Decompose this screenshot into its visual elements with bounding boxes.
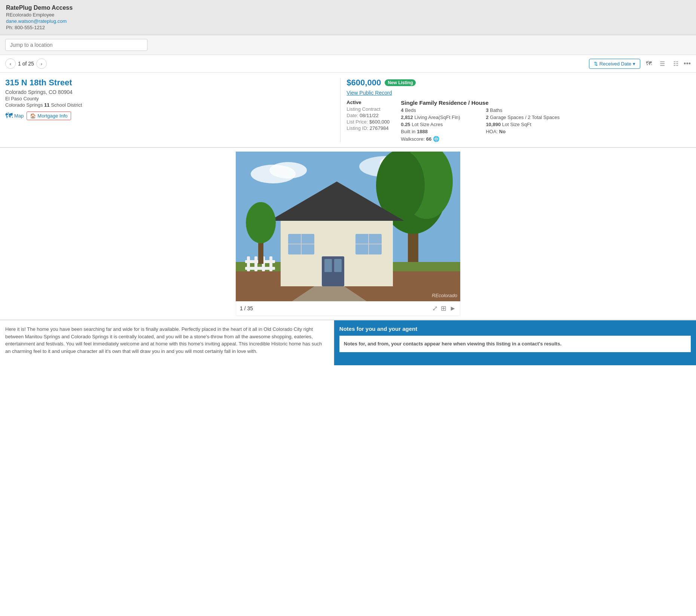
listing-image[interactable]: REcolorado: [236, 152, 460, 301]
list-price-value: $600,000: [369, 119, 390, 125]
property-specs: Single Family Residence / House 4 Beds 3…: [401, 100, 559, 142]
sort-label-text: Received Date: [599, 61, 631, 67]
property-type: Single Family Residence / House: [401, 100, 559, 106]
toolbar: ‹ 1 of 25 › ⇅ Listing Contract Received …: [0, 55, 696, 73]
description-section: Here it is! The home you have been searc…: [0, 320, 334, 365]
school-district-number: 11: [44, 102, 49, 108]
expand-icon: ⤢: [432, 305, 438, 312]
svg-rect-14: [324, 259, 332, 272]
pagination: ‹ 1 of 25 ›: [5, 58, 47, 69]
walkscore-label: Walkscore:: [401, 136, 426, 142]
mortgage-icon: 🏠: [30, 113, 36, 119]
search-bar-area: [0, 35, 696, 55]
lot-sqft-label: Lot Size SqFt: [502, 122, 531, 127]
more-options-button[interactable]: •••: [684, 60, 691, 68]
listing-card: 315 N 18th Street Colorado Springs, CO 8…: [0, 73, 696, 148]
listing-id-value: 2767984: [370, 125, 389, 131]
lot-sqft-row: 10,890 Lot Size SqFt: [486, 122, 559, 127]
notes-content-text: Notes for, and from, your contacts appea…: [344, 341, 562, 347]
walkscore-row: Walkscore: 66 🌐: [401, 136, 559, 142]
mortgage-label: Mortgage Info: [37, 113, 67, 119]
map-button[interactable]: 🗺 Map: [5, 112, 24, 120]
header-email[interactable]: dane.watson@rateplug.com: [6, 18, 690, 24]
list-price-label: List Price:: [347, 119, 368, 125]
map-icon: 🗺: [5, 112, 13, 120]
contract-label: Listing Contract: [347, 106, 390, 112]
listing-right: $600,000 New Listing View Public Record …: [340, 78, 691, 142]
more-options-icon: •••: [684, 60, 691, 67]
expand-image-button[interactable]: ⤢: [432, 304, 438, 312]
image-controls: ⤢ ⊞ ►: [432, 304, 456, 312]
grid-view-button[interactable]: ☷: [670, 58, 681, 69]
prev-page-button[interactable]: ‹: [5, 58, 16, 69]
school-district-prefix: Colorado Springs: [5, 102, 43, 108]
list-price-row: List Price: $600,000: [347, 119, 390, 125]
view-public-record-link[interactable]: View Public Record: [347, 90, 392, 96]
garage-value: 2: [486, 115, 488, 120]
next-page-button[interactable]: ›: [36, 58, 47, 69]
thumbnail-icon: ⊞: [441, 305, 446, 312]
notes-content: Notes for, and from, your contacts appea…: [339, 336, 691, 352]
grid-view-icon: ☷: [673, 60, 678, 67]
price-row: $600,000 New Listing: [347, 78, 691, 88]
sort-button[interactable]: ⇅ Listing Contract Received Date ▾: [589, 59, 640, 69]
hoa-value: No: [499, 129, 506, 134]
header-phone: Ph: 800-555-1212: [6, 25, 690, 30]
header: RatePlug Demo Access REcolorado Employee…: [0, 0, 696, 35]
lot-acres-row: 0.25 Lot Size Acres: [401, 122, 474, 127]
house-scene-svg: [236, 152, 460, 301]
image-counter: 1 / 35: [240, 305, 253, 311]
image-watermark: REcolorado: [432, 293, 457, 298]
new-listing-badge: New Listing: [385, 79, 416, 86]
baths-label: Baths: [490, 107, 502, 113]
view-icons: 🗺 ☰ ☷ •••: [643, 58, 691, 69]
listing-price: $600,000: [347, 78, 381, 88]
sort-icon: ⇅: [594, 61, 598, 67]
map-label: Map: [14, 113, 24, 119]
listing-id-row: Listing ID: 2767984: [347, 125, 390, 131]
living-area-value: 2,812: [401, 115, 413, 120]
listing-date: Date: 08/11/22: [347, 113, 390, 118]
beds-value: 4: [401, 107, 403, 113]
map-view-icon: 🗺: [646, 60, 652, 67]
beds-row: 4 Beds: [401, 107, 474, 113]
search-input[interactable]: [5, 39, 147, 51]
map-view-button[interactable]: 🗺: [643, 58, 654, 69]
next-image-button[interactable]: ►: [449, 305, 456, 312]
list-view-icon: ☰: [660, 60, 665, 67]
page-info: 1 of 25: [18, 61, 34, 67]
baths-value: 3: [486, 107, 488, 113]
header-subtitle: REcolorado Employee: [6, 12, 690, 18]
description-text: Here it is! The home you have been searc…: [5, 326, 329, 355]
built-label: Built in: [401, 129, 417, 134]
lot-acres-value: 0.25: [401, 122, 410, 127]
lot-sqft-value: 10,890: [486, 122, 501, 127]
thumbnail-view-button[interactable]: ⊞: [441, 304, 446, 312]
notes-title: Notes for you and your agent: [339, 326, 691, 332]
svg-rect-15: [334, 259, 342, 272]
svg-point-2: [269, 162, 307, 179]
notes-section: Notes for you and your agent Notes for, …: [334, 320, 696, 365]
toolbar-right: ⇅ Listing Contract Received Date ▾ 🗺 ☰ ☷…: [589, 58, 691, 69]
built-value: 1888: [417, 129, 428, 134]
walkscore-value: 66: [426, 136, 431, 142]
svg-rect-27: [245, 267, 275, 270]
built-row: Built in 1888: [401, 129, 474, 134]
listing-id-label: Listing ID:: [347, 125, 368, 131]
listing-county: El Paso County: [5, 96, 334, 101]
walkscore-icon: 🌐: [433, 136, 439, 142]
baths-row: 3 Baths: [486, 107, 559, 113]
hoa-label: HOA:: [486, 129, 499, 134]
living-area-label: Living Area(SqFt Fin): [414, 115, 460, 120]
garage-label: Garage Spaces / 2 Total Spaces: [490, 115, 559, 120]
listing-left: 315 N 18th Street Colorado Springs, CO 8…: [5, 78, 334, 142]
mortgage-info-button[interactable]: 🏠 Mortgage Info: [27, 112, 71, 120]
lot-acres-label: Lot Size Acres: [412, 122, 443, 127]
list-view-button[interactable]: ☰: [657, 58, 668, 69]
hoa-row: HOA: No: [486, 129, 559, 134]
svg-point-30: [246, 202, 276, 243]
image-section: REcolorado 1 / 35 ⤢ ⊞ ►: [0, 148, 696, 320]
listing-city: Colorado Springs, CO 80904: [5, 89, 334, 95]
listing-address[interactable]: 315 N 18th Street: [5, 78, 334, 88]
garage-row: 2 Garage Spaces / 2 Total Spaces: [486, 115, 559, 120]
